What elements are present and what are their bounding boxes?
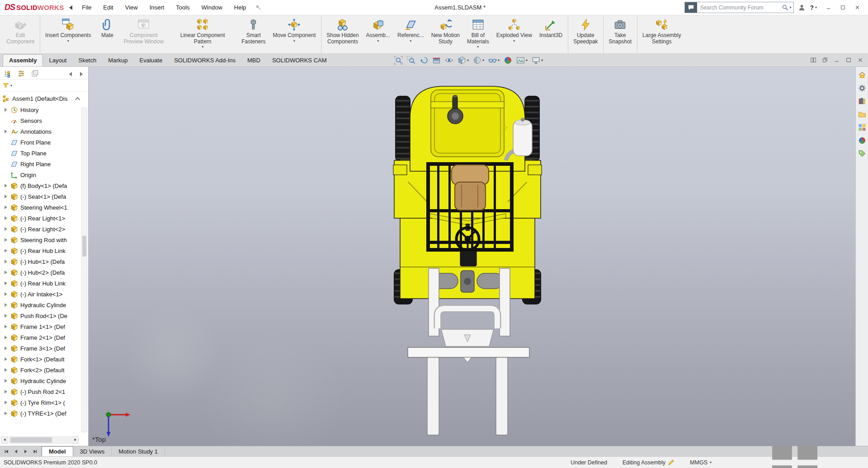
heads-up-button[interactable]: ▾ bbox=[393, 55, 404, 66]
expand-arrow-icon[interactable] bbox=[4, 389, 8, 394]
tree-item[interactable]: Fork<1> (Default bbox=[0, 354, 88, 365]
expand-arrow-icon[interactable] bbox=[4, 270, 8, 275]
tree-vertical-scrollbar[interactable] bbox=[81, 108, 87, 432]
collapse-tree-icon[interactable] bbox=[75, 97, 80, 102]
command-tab[interactable]: MBD bbox=[241, 55, 266, 66]
sheet-nav-button[interactable] bbox=[2, 447, 11, 456]
dropdown-caret-icon[interactable]: ▾ bbox=[67, 39, 69, 43]
document-window-button[interactable] bbox=[845, 57, 852, 63]
menu-item[interactable]: File bbox=[77, 2, 96, 13]
dropdown-caret-icon[interactable]: ▾ bbox=[467, 58, 469, 62]
tree-item[interactable]: (-) Rear Hub Link bbox=[0, 278, 88, 289]
heads-up-button[interactable]: ▾ bbox=[515, 55, 529, 66]
ribbon-button[interactable]: Take Snapshot ▾ bbox=[605, 15, 637, 53]
tree-item[interactable]: Push Rod<1> (De bbox=[0, 310, 88, 321]
expand-arrow-icon[interactable] bbox=[4, 205, 8, 210]
ribbon-button[interactable]: Insert Components ▾ bbox=[42, 15, 94, 53]
study-tab[interactable]: 3D Views bbox=[73, 446, 112, 456]
units-selector[interactable]: MMGS ▾ bbox=[690, 459, 712, 466]
ribbon-button[interactable]: Update Speedpak ▾ bbox=[570, 15, 604, 53]
dropdown-caret-icon[interactable]: ▾ bbox=[498, 58, 500, 62]
horizontal-scroll-thumb[interactable] bbox=[10, 437, 52, 443]
search-caret-icon[interactable]: ▾ bbox=[789, 5, 791, 9]
ribbon-button[interactable]: Large Assembly Settings ▾ bbox=[639, 15, 684, 53]
filter-funnel-icon[interactable] bbox=[2, 82, 9, 89]
tree-item[interactable]: (-) Hub<2> (Defa bbox=[0, 267, 88, 278]
tree-item[interactable]: (-) TYRE<1> (Def bbox=[0, 408, 88, 419]
filter-caret-icon[interactable]: ▾ bbox=[10, 84, 12, 88]
expand-arrow-icon[interactable] bbox=[4, 379, 8, 383]
command-tab[interactable]: SOLIDWORKS CAM bbox=[266, 55, 333, 66]
ribbon-button[interactable]: Smart Fasteners ▾ bbox=[238, 15, 269, 53]
task-pane-tab[interactable] bbox=[857, 148, 868, 159]
tree-item[interactable]: History bbox=[0, 104, 88, 115]
expand-arrow-icon[interactable] bbox=[4, 183, 8, 188]
task-pane-tab[interactable] bbox=[857, 122, 868, 133]
dropdown-caret-icon[interactable]: ▾ bbox=[410, 39, 411, 43]
heads-up-button[interactable]: ▾ bbox=[502, 55, 514, 66]
ribbon-button[interactable]: Edit Component ▾ bbox=[3, 15, 40, 53]
panel-scroll-left-icon[interactable] bbox=[69, 72, 72, 76]
graphics-viewport[interactable]: *Top bbox=[89, 67, 855, 446]
expand-arrow-icon[interactable] bbox=[4, 324, 8, 329]
heads-up-button[interactable]: ▾ bbox=[472, 55, 486, 66]
tree-item[interactable]: (-) Tyre Rim<1> ( bbox=[0, 397, 88, 408]
study-tab[interactable]: Motion Study 1 bbox=[112, 446, 165, 456]
dropdown-caret-icon[interactable]: ▾ bbox=[513, 39, 515, 43]
tree-item[interactable]: Fork<2> (Default bbox=[0, 365, 88, 375]
vertical-scroll-thumb[interactable] bbox=[82, 236, 86, 257]
command-tab[interactable]: SOLIDWORKS Add-Ins bbox=[168, 55, 241, 66]
heads-up-button[interactable]: ▾ bbox=[431, 55, 442, 66]
tree-item[interactable]: (-) Air Intake<1> bbox=[0, 289, 88, 300]
help-button[interactable]: ?▾ bbox=[810, 4, 817, 11]
document-window-button[interactable] bbox=[834, 57, 840, 63]
expand-arrow-icon[interactable] bbox=[4, 346, 8, 351]
dropdown-caret-icon[interactable]: ▾ bbox=[482, 58, 484, 62]
dropdown-caret-icon[interactable]: ▾ bbox=[377, 39, 379, 43]
panel-scroll-right-icon[interactable] bbox=[80, 72, 83, 76]
heads-up-button[interactable]: ▾ bbox=[487, 55, 501, 66]
tree-item[interactable]: (-) Hub<1> (Defa bbox=[0, 256, 88, 267]
tree-item[interactable]: (-) Rear Light<1> bbox=[0, 213, 88, 224]
tree-item[interactable]: Right Plane bbox=[0, 159, 88, 169]
tree-item[interactable]: Frame 3<1> (Def bbox=[0, 343, 88, 354]
expand-arrow-icon[interactable] bbox=[4, 259, 8, 264]
tree-item[interactable]: Annotations bbox=[0, 126, 88, 137]
command-tab[interactable]: Assembly bbox=[3, 54, 43, 66]
tree-item[interactable]: Origin bbox=[0, 169, 88, 180]
ribbon-button[interactable]: Mate ▾ bbox=[94, 15, 120, 53]
menu-item[interactable]: View bbox=[120, 2, 143, 13]
document-window-button[interactable] bbox=[857, 57, 863, 63]
ribbon-button[interactable]: Move Component ▾ bbox=[269, 15, 322, 53]
heads-up-button[interactable]: ▾ bbox=[456, 55, 470, 66]
ribbon-button[interactable]: New Motion Study ▾ bbox=[428, 15, 463, 53]
expand-arrow-icon[interactable] bbox=[4, 227, 8, 231]
menu-collapse-icon[interactable] bbox=[69, 5, 72, 10]
tree-item[interactable]: (-) Rear Hub Link bbox=[0, 245, 88, 256]
search-button[interactable]: ▾ bbox=[782, 4, 793, 11]
tree-root-item[interactable]: Assem1 (Default<Dis bbox=[0, 93, 88, 104]
menu-item[interactable]: Insert bbox=[145, 2, 170, 13]
tree-item[interactable]: (f) Body<1> (Defa bbox=[0, 180, 88, 191]
window-button[interactable] bbox=[850, 1, 864, 14]
panel-tab[interactable] bbox=[17, 70, 25, 78]
scroll-right-button[interactable] bbox=[71, 436, 79, 444]
task-pane-tab[interactable] bbox=[857, 69, 868, 80]
tree-item[interactable]: Top Plane bbox=[0, 148, 88, 159]
window-button[interactable] bbox=[821, 1, 835, 14]
expand-arrow-icon[interactable] bbox=[4, 303, 8, 307]
menu-item[interactable]: Window bbox=[197, 2, 227, 13]
ribbon-button[interactable]: Bill of Materials ▾ bbox=[463, 15, 493, 53]
ribbon-button[interactable]: Assemb... ▾ bbox=[363, 15, 394, 53]
expand-arrow-icon[interactable] bbox=[4, 411, 8, 416]
expand-arrow-icon[interactable] bbox=[4, 368, 8, 372]
scroll-left-button[interactable] bbox=[1, 436, 8, 444]
tree-item[interactable]: Hydraulic Cylinde bbox=[0, 300, 88, 310]
dropdown-caret-icon[interactable]: ▾ bbox=[526, 58, 528, 62]
tree-item[interactable]: Frame 1<1> (Def bbox=[0, 321, 88, 332]
tree-item[interactable]: Steering Rod with bbox=[0, 234, 88, 245]
community-chat-icon[interactable] bbox=[685, 2, 697, 13]
toolbar-pin-icon[interactable] bbox=[255, 4, 262, 11]
user-account-icon[interactable] bbox=[798, 4, 806, 11]
document-window-button[interactable] bbox=[822, 57, 828, 63]
